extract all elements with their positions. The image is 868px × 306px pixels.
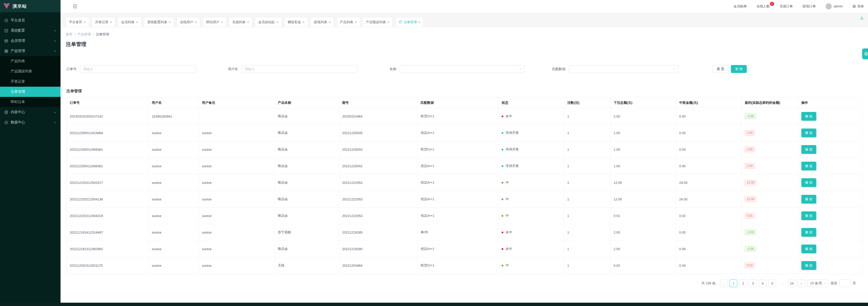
cell-match: 优品Ar+1: [417, 208, 498, 224]
edit-button[interactable]: 修 改: [801, 228, 816, 237]
sidebar-item-10[interactable]: 数据中心: [0, 117, 61, 128]
topbar-link-2[interactable]: 充值订单: [780, 4, 793, 9]
page-button-2[interactable]: 2: [739, 279, 747, 287]
cell-bets: 1: [564, 257, 610, 274]
sidebar-collapse-icon[interactable]: [73, 4, 78, 8]
language-switcher[interactable]: 简体: [852, 4, 864, 9]
sidebar-item-4[interactable]: 产品列表: [0, 56, 61, 66]
tab-2[interactable]: 会员列表×: [118, 17, 141, 27]
page-button-3[interactable]: 3: [749, 279, 757, 287]
tab-3[interactable]: 系统配置列表×: [144, 17, 174, 27]
sidebar-item-label: 平台首页: [11, 18, 56, 23]
cell-profit: 12.00: [742, 174, 798, 191]
username-input[interactable]: [241, 65, 358, 73]
next-page-button[interactable]: ›: [798, 279, 805, 287]
close-icon[interactable]: ×: [169, 21, 171, 24]
status-dot: [501, 149, 503, 150]
close-icon[interactable]: ×: [276, 21, 278, 24]
page-button-24[interactable]: 24: [788, 279, 796, 287]
cell-username: sunice: [149, 141, 199, 158]
edit-button[interactable]: 修 改: [801, 112, 816, 121]
tab-8[interactable]: 赠送彩金×: [284, 17, 308, 27]
sidebar-item-1[interactable]: 系统配置: [0, 26, 61, 36]
close-icon[interactable]: ×: [110, 21, 112, 24]
tab-6[interactable]: 充值列表×: [229, 17, 252, 27]
cell-bets: 1: [564, 224, 610, 241]
edit-button[interactable]: 修 改: [801, 178, 816, 187]
user-menu[interactable]: admin: [826, 3, 843, 9]
status-dot: [501, 248, 503, 250]
breadcrumb-item-1[interactable]: 产品管理: [78, 32, 91, 37]
sidebar-item-label: 产品管理: [11, 49, 54, 53]
tab-5[interactable]: 陪玩用户×: [203, 17, 226, 27]
cell-match: 统货Ct+1: [417, 257, 498, 274]
sidebar-item-0[interactable]: 平台首页: [0, 15, 61, 26]
cell-product: 唯品会: [275, 108, 339, 125]
edit-button[interactable]: 修 改: [801, 244, 816, 253]
sidebar-item-8[interactable]: 即时注单: [0, 97, 61, 107]
sidebar-item-6[interactable]: 开奖记录: [0, 76, 61, 87]
settings-gear-button[interactable]: ⚙: [862, 48, 868, 59]
edit-button[interactable]: 修 改: [801, 129, 816, 137]
reset-button[interactable]: 重 置: [713, 65, 728, 73]
prev-page-button[interactable]: ‹: [720, 279, 727, 287]
order-no-input[interactable]: [80, 65, 196, 73]
breadcrumb-item-0[interactable]: 首页: [66, 32, 72, 37]
tab-label: 注单管理: [403, 20, 417, 25]
tab-10[interactable]: 产品列表×: [337, 17, 360, 27]
tab-12[interactable]: 注单管理×: [395, 17, 424, 27]
topbar-link-3[interactable]: 提现订单: [803, 4, 816, 9]
page-button-1[interactable]: 1: [730, 279, 737, 287]
sidebar-item-9[interactable]: 内容中心: [0, 107, 61, 117]
breadcrumb-item-2[interactable]: 注单管理: [96, 32, 109, 37]
sidebar: 演示站 平台首页系统配置会员管理产品管理产品列表产品预设列表开奖记录注单管理即时…: [0, 0, 61, 303]
cell-product: 唯品会: [275, 241, 339, 257]
match-data-select[interactable]: [569, 65, 679, 73]
close-icon[interactable]: ×: [84, 21, 86, 24]
close-icon[interactable]: ×: [303, 21, 305, 24]
name-select[interactable]: [400, 65, 525, 73]
topbar-link-1[interactable]: 在线人数2: [757, 4, 770, 9]
page-jump: 跳至 页: [831, 279, 856, 287]
edit-button[interactable]: 修 改: [801, 145, 816, 154]
tab-7[interactable]: 会员加扣款×: [255, 17, 282, 27]
edit-button[interactable]: 修 改: [801, 261, 816, 270]
tab-1[interactable]: 开奖记录×: [92, 17, 115, 27]
cell-profit: 0.01: [742, 208, 798, 224]
close-icon[interactable]: ×: [136, 21, 138, 24]
tab-9[interactable]: 提现列表×: [311, 17, 334, 27]
status-dot: [501, 265, 503, 267]
tab-11[interactable]: 产品预设列表×: [363, 17, 393, 27]
status-dot: [501, 232, 503, 233]
close-icon[interactable]: ×: [195, 21, 197, 24]
lock-open-icon[interactable]: [860, 16, 864, 21]
edit-button[interactable]: 修 改: [801, 162, 816, 170]
close-icon[interactable]: ×: [221, 21, 223, 24]
close-icon[interactable]: ×: [247, 21, 249, 24]
page-button-4[interactable]: 4: [759, 279, 766, 287]
sidebar-item-7[interactable]: 注单管理: [0, 87, 61, 97]
sidebar-item-2[interactable]: 会员管理: [0, 36, 61, 46]
tab-label: 会员列表: [121, 20, 134, 25]
topbar-link-0[interactable]: 会员购单: [734, 4, 747, 9]
sidebar-item-label: 内容中心: [11, 110, 54, 114]
tab-4[interactable]: 在线用户×: [177, 17, 200, 27]
close-icon[interactable]: ×: [329, 21, 331, 24]
sidebar-item-3[interactable]: 产品管理: [0, 46, 61, 56]
column-header-8: 下注总额(元): [610, 97, 676, 108]
refresh-icon[interactable]: [399, 21, 402, 24]
cell-order_no: 202212250012456361: [67, 141, 149, 158]
app-logo[interactable]: 演示站: [0, 0, 61, 12]
close-icon[interactable]: ×: [355, 21, 357, 24]
close-icon[interactable]: ×: [388, 21, 390, 24]
jump-page-input[interactable]: [839, 279, 850, 287]
search-button[interactable]: 查 询: [731, 65, 747, 73]
edit-button[interactable]: 修 改: [801, 195, 816, 203]
page-size-select[interactable]: 10 条/页: [807, 279, 829, 287]
sidebar-item-5[interactable]: 产品预设列表: [0, 66, 61, 76]
page-button-5[interactable]: 5: [768, 279, 776, 287]
edit-button[interactable]: 修 改: [801, 211, 816, 220]
chevron-down-icon: [519, 67, 522, 71]
close-icon[interactable]: ×: [418, 21, 420, 24]
tab-0[interactable]: 平台首页×: [66, 17, 89, 27]
